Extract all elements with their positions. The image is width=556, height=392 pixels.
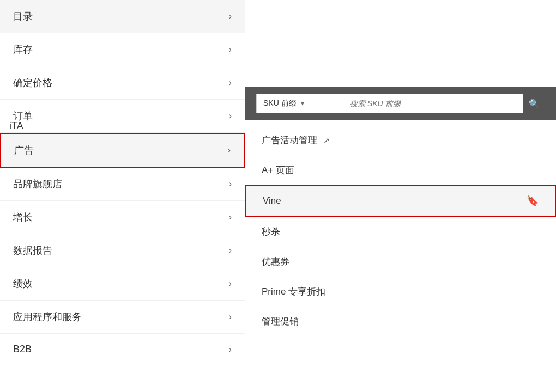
submenu-item-label: 秒杀	[262, 225, 280, 238]
submenu-item-label: A+ 页面	[262, 164, 294, 176]
chevron-right-icon: ›	[229, 345, 232, 354]
chevron-right-icon: ›	[229, 11, 232, 21]
sidebar-item-label: 库存	[13, 43, 33, 56]
submenu-panel: 广告活动管理 ↗ A+ 页面 Vine 🔖 秒杀 优惠券 Prime 专享折扣 …	[245, 120, 556, 342]
sku-prefix-label: SKU 前缀	[263, 99, 297, 108]
sidebar: iTA 目录 › 库存 › 确定价格 › 订单 › 广告 › 品牌旗舰店 › 增…	[0, 0, 245, 392]
search-bar-area: SKU 前缀 ▾ 🔍	[245, 87, 556, 120]
sidebar-item-inventory[interactable]: 库存 ›	[0, 33, 245, 66]
ita-label: iTA	[9, 120, 23, 132]
submenu-item-manage-promotions[interactable]: 管理促销	[245, 307, 556, 336]
submenu-item-vine[interactable]: Vine 🔖	[245, 185, 556, 217]
sidebar-item-advertising[interactable]: 广告 ›	[0, 133, 245, 168]
sidebar-item-label: 确定价格	[13, 76, 52, 89]
sidebar-item-label: 广告	[14, 144, 34, 157]
sidebar-item-apps-services[interactable]: 应用程序和服务 ›	[0, 301, 245, 334]
submenu-item-flash-sale[interactable]: 秒杀	[245, 217, 556, 247]
submenu-item-label: 优惠券	[262, 255, 289, 268]
submenu-item-ad-campaign[interactable]: 广告活动管理 ↗	[245, 125, 556, 155]
sidebar-item-brand-store[interactable]: 品牌旗舰店 ›	[0, 168, 245, 201]
chevron-right-icon: ›	[229, 179, 232, 189]
chevron-right-icon: ›	[229, 246, 232, 255]
chevron-right-icon: ›	[229, 312, 232, 322]
sidebar-item-growth[interactable]: 增长 ›	[0, 201, 245, 234]
submenu-item-label: 广告活动管理 ↗	[262, 134, 330, 146]
submenu-item-label: 管理促销	[262, 315, 299, 328]
submenu-item-coupons[interactable]: 优惠券	[245, 247, 556, 277]
external-link-icon: ↗	[323, 136, 330, 145]
bookmark-icon[interactable]: 🔖	[527, 195, 539, 207]
search-input[interactable]	[343, 99, 523, 108]
chevron-right-icon: ›	[229, 45, 232, 54]
chevron-right-icon: ›	[229, 212, 232, 222]
search-icon: 🔍	[529, 99, 540, 109]
sku-prefix-dropdown[interactable]: SKU 前缀 ▾	[256, 94, 343, 113]
sidebar-item-label: 品牌旗舰店	[13, 177, 62, 191]
chevron-right-icon: ›	[229, 111, 232, 121]
sidebar-item-b2b[interactable]: B2B ›	[0, 334, 245, 365]
sidebar-item-label: 数据报告	[13, 244, 52, 257]
chevron-right-icon: ›	[228, 145, 231, 155]
chevron-right-icon: ›	[229, 279, 232, 289]
sidebar-item-catalog[interactable]: 目录 ›	[0, 0, 245, 33]
submenu-item-label: Vine	[263, 195, 281, 206]
submenu-item-label: Prime 专享折扣	[262, 285, 325, 298]
sidebar-item-label: 应用程序和服务	[13, 310, 82, 323]
search-button[interactable]: 🔍	[523, 94, 545, 113]
sidebar-item-label: 绩效	[13, 277, 33, 290]
chevron-right-icon: ›	[229, 78, 232, 88]
sidebar-item-pricing[interactable]: 确定价格 ›	[0, 66, 245, 100]
submenu-item-aplus[interactable]: A+ 页面	[245, 155, 556, 185]
sidebar-item-label: 目录	[13, 10, 33, 23]
sidebar-item-reports[interactable]: 数据报告 ›	[0, 234, 245, 267]
sidebar-item-label: B2B	[13, 344, 32, 355]
sidebar-item-performance[interactable]: 绩效 ›	[0, 267, 245, 301]
submenu-item-prime-discount[interactable]: Prime 专享折扣	[245, 277, 556, 307]
search-input-wrapper	[343, 94, 523, 113]
sidebar-item-orders[interactable]: 订单 ›	[0, 100, 245, 133]
page-container: SKU 前缀 ▾ 🔍 iTA 目录 › 库存 › 确定价格 › 订单 ›	[0, 0, 556, 392]
sidebar-item-label: 增长	[13, 211, 33, 224]
chevron-down-icon: ▾	[301, 100, 304, 107]
